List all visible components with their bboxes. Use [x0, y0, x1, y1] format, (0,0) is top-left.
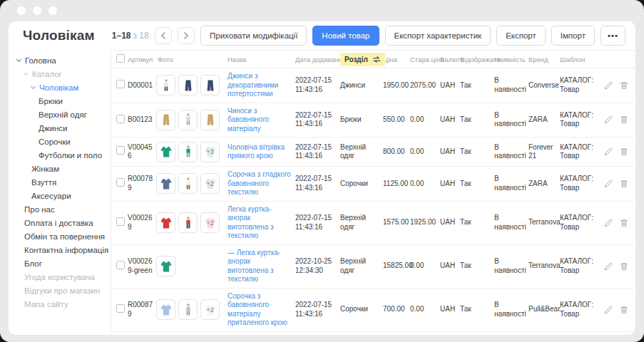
- product-date-added: 2022-07-15 11:43:16: [293, 214, 338, 232]
- edit-button[interactable]: [603, 218, 613, 228]
- product-name-link[interactable]: Сорочка з гладкого бавовняного текстилю: [225, 170, 293, 197]
- product-old-price: 2075.00: [408, 81, 438, 90]
- sidebar-item[interactable]: Угода користувача: [9, 270, 111, 284]
- delete-button[interactable]: [619, 218, 629, 228]
- content-area: ГоловнаКаталогЧоловікамБрюкиВерхній одяг…: [9, 50, 635, 335]
- edit-button[interactable]: [603, 147, 613, 157]
- product-display-flag: Так: [458, 115, 492, 125]
- row-checkbox[interactable]: [116, 261, 125, 269]
- sidebar-item[interactable]: Обмін та повернення: [9, 229, 111, 243]
- sidebar-item-label: Блог: [24, 259, 42, 268]
- delete-button[interactable]: [619, 261, 629, 271]
- product-brand: ZARA: [526, 115, 558, 125]
- sidebar-item[interactable]: Аксесуари: [9, 189, 111, 202]
- pagination-next-button[interactable]: [178, 27, 195, 44]
- row-checkbox[interactable]: [116, 304, 125, 313]
- product-category: Сорочки: [338, 305, 381, 314]
- new-product-button[interactable]: Новий товар: [312, 26, 379, 46]
- sidebar-item[interactable]: Жінкам: [9, 162, 111, 175]
- window-minimize-button[interactable]: [33, 6, 41, 15]
- table-row: V000269 +2 Легка куртка-анорак виготовле…: [111, 202, 635, 245]
- row-checkbox[interactable]: [116, 80, 125, 88]
- column-header-display: Відображати: [458, 56, 492, 63]
- product-currency: UAH: [438, 147, 458, 157]
- product-price: 1125.00: [381, 180, 408, 189]
- edit-button[interactable]: [603, 115, 613, 125]
- sidebar-item[interactable]: Верхній одяг: [9, 108, 111, 121]
- delete-button[interactable]: [619, 147, 629, 157]
- delete-button[interactable]: [619, 305, 629, 315]
- product-name-link[interactable]: Джинси з декоративними потертостями: [225, 72, 293, 99]
- trash-icon: [619, 305, 629, 315]
- row-checkbox[interactable]: [116, 178, 125, 187]
- product-photos: +3: [155, 142, 225, 162]
- window-maximize-button[interactable]: [48, 6, 57, 15]
- edit-button[interactable]: [603, 261, 613, 271]
- chevron-down-icon[interactable]: [24, 70, 29, 75]
- product-availability: В наявності: [492, 175, 526, 192]
- sidebar-item[interactable]: Сорочки: [9, 135, 111, 148]
- chevron-right-icon: [183, 32, 189, 39]
- sidebar-item[interactable]: Відгуки про магазин: [9, 284, 111, 297]
- product-price: 1575.00: [381, 218, 408, 227]
- product-name-link[interactable]: Легка куртка-анорак виготовлена з тексти…: [225, 205, 293, 241]
- select-all-checkbox[interactable]: [116, 54, 125, 63]
- product-photo-thumbnail: [200, 110, 220, 130]
- product-photo-thumbnail: [156, 173, 175, 194]
- sidebar-item[interactable]: Каталог: [9, 67, 111, 81]
- product-photo-thumbnail: +2: [200, 212, 220, 233]
- product-currency: UAH: [438, 115, 458, 125]
- trash-icon: [619, 261, 629, 271]
- sidebar-item[interactable]: Про нас: [9, 202, 111, 216]
- product-photo-thumbnail: [178, 110, 198, 130]
- row-checkbox[interactable]: [116, 115, 125, 123]
- product-template: КАТАЛОГ: Товар: [558, 111, 606, 129]
- sidebar-item[interactable]: Контактна інформація: [9, 243, 111, 256]
- sidebar-item[interactable]: Брюки: [9, 94, 111, 108]
- sidebar-item[interactable]: Чоловікам: [9, 81, 111, 94]
- row-checkbox[interactable]: [116, 146, 125, 155]
- hide-modifications-button[interactable]: Приховати модифікації: [200, 26, 307, 46]
- window-close-button[interactable]: [17, 6, 26, 15]
- delete-button[interactable]: [619, 81, 629, 90]
- product-availability: В наявності: [492, 76, 526, 94]
- sidebar-item-label: Каталог: [32, 70, 62, 78]
- column-header-date-added: Дата додавання: [293, 56, 338, 63]
- sidebar-item[interactable]: Головна: [9, 53, 111, 67]
- sidebar-item[interactable]: Оплата і доставка: [9, 216, 111, 229]
- export-button[interactable]: Експорт: [496, 26, 546, 46]
- export-characteristics-button[interactable]: Експорт характеристик: [385, 26, 491, 46]
- product-name-link[interactable]: — Легка куртка-анорак виготовлена з текс…: [225, 249, 293, 284]
- delete-button[interactable]: [619, 179, 629, 189]
- pencil-icon: [603, 147, 613, 157]
- sidebar-item[interactable]: Футболки и поло: [9, 148, 111, 162]
- sidebar-item[interactable]: Джинси: [9, 121, 111, 135]
- category-sort-control[interactable]: Розділ: [340, 53, 385, 66]
- product-template: КАТАЛОГ: Товар: [558, 257, 606, 275]
- import-button[interactable]: Імпорт: [551, 26, 595, 46]
- admin-panel: Чоловікам 1–18з 18 Приховати модифікації…: [9, 21, 635, 335]
- sidebar-item[interactable]: Блог: [9, 256, 111, 270]
- trash-icon: [619, 179, 629, 189]
- edit-button[interactable]: [603, 179, 613, 189]
- edit-button[interactable]: [603, 305, 613, 315]
- pagination-total: з 18: [133, 31, 149, 41]
- more-actions-button[interactable]: •••: [600, 26, 625, 46]
- edit-button[interactable]: [603, 81, 613, 90]
- chevron-down-icon[interactable]: [31, 83, 36, 88]
- row-checkbox[interactable]: [116, 217, 125, 226]
- sidebar-item[interactable]: Взуття: [9, 175, 111, 189]
- pencil-icon: [603, 261, 613, 271]
- product-name-link[interactable]: Чиноси з бавовняного матеріалу: [225, 107, 293, 134]
- sidebar-item[interactable]: Мапа сайту: [9, 297, 111, 311]
- chevron-down-icon[interactable]: [16, 56, 21, 61]
- product-name-link[interactable]: Сорочка з бавовняного матеріалу притален…: [225, 292, 293, 328]
- product-price: 550.00: [381, 115, 408, 125]
- product-availability: В наявності: [492, 214, 526, 232]
- column-header-photo: Фото: [155, 56, 225, 63]
- product-name-link[interactable]: Чоловіча вітрівка прямого крою: [225, 143, 293, 161]
- sidebar-item-label: Про нас: [24, 205, 55, 214]
- delete-button[interactable]: [619, 115, 629, 125]
- pagination-prev-button[interactable]: [155, 27, 172, 44]
- page-title: Чоловікам: [23, 28, 95, 43]
